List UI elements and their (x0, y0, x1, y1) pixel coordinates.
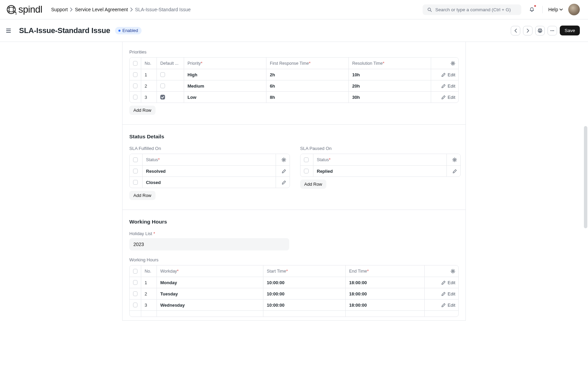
row-edit-button[interactable] (447, 166, 460, 177)
chevron-right-icon (130, 7, 133, 12)
chevron-right-icon (526, 29, 529, 33)
table-settings-button[interactable] (276, 154, 290, 165)
table-settings-button[interactable] (431, 58, 459, 69)
row-select[interactable] (130, 300, 141, 310)
row-no: 1 (141, 277, 157, 288)
col-resolution: Resolution Time (349, 58, 431, 69)
select-all[interactable] (130, 58, 141, 69)
col-no: No. (141, 265, 157, 277)
row-select[interactable] (130, 69, 141, 80)
help-menu[interactable]: Help (548, 7, 563, 12)
row-edit-button[interactable]: Edit (425, 277, 459, 288)
row-start: 10:00:00 (263, 300, 346, 310)
notifications-button[interactable] (527, 4, 537, 15)
scrollbar[interactable] (584, 126, 587, 228)
more-menu-button[interactable] (548, 26, 557, 35)
global-search[interactable]: Search or type a command (Ctrl + G) (423, 4, 521, 15)
col-workday: Workday (157, 265, 263, 277)
row-select[interactable] (130, 177, 143, 188)
menu-icon (6, 28, 12, 33)
row-edit-button[interactable]: Edit (425, 300, 459, 310)
sla-fulfilled-table: Status Resolved Closed (129, 154, 290, 188)
row-priority: Medium (184, 80, 266, 91)
col-start: Start Time (263, 265, 346, 277)
table-row[interactable]: 1 High 2h 10h Edit (130, 69, 458, 80)
default-checkbox[interactable] (160, 72, 165, 77)
row-resolution: 20h (349, 80, 431, 91)
row-default[interactable] (157, 92, 184, 103)
status-details-heading: Status Details (129, 134, 459, 140)
table-row[interactable]: 2 Tuesday 10:00:00 18:00:00 Edit (130, 288, 458, 299)
row-priority: High (184, 69, 266, 80)
row-select[interactable] (130, 277, 141, 288)
default-checkbox[interactable] (160, 95, 165, 99)
row-edit-button[interactable]: Edit (425, 288, 459, 299)
status-label: Enabled (122, 28, 138, 33)
row-edit-button[interactable]: Edit (431, 92, 459, 103)
row-default[interactable] (157, 69, 184, 80)
brand-logo[interactable]: spindl (6, 4, 42, 15)
row-end: 18:00:00 (346, 300, 425, 310)
table-settings-button[interactable] (447, 154, 460, 165)
divider (542, 6, 543, 13)
row-end: 18:00:00 (346, 277, 425, 288)
table-row[interactable] (130, 310, 458, 317)
col-priority: Priority (184, 58, 266, 69)
working-hours-section: Working Hours Holiday List 2023 Working … (122, 219, 466, 320)
gear-icon (281, 157, 286, 162)
gear-icon (451, 269, 455, 274)
row-select[interactable] (300, 166, 313, 177)
prev-doc-button[interactable] (511, 26, 520, 35)
add-row-button[interactable]: Add Row (300, 180, 326, 189)
sla-paused-table: Status Replied (300, 154, 461, 177)
yarn-icon (6, 4, 16, 15)
table-row[interactable]: 2 Medium 6h 20h Edit (130, 80, 458, 91)
pen-icon (441, 84, 446, 88)
next-doc-button[interactable] (523, 26, 533, 35)
crumb-support[interactable]: Support (51, 7, 68, 12)
chevron-right-icon (70, 7, 73, 12)
row-select[interactable] (130, 166, 143, 177)
row-select[interactable] (130, 92, 141, 103)
gear-icon (452, 157, 457, 162)
table-row[interactable]: Resolved (130, 165, 290, 177)
select-all[interactable] (130, 265, 141, 277)
holiday-list-field[interactable]: 2023 (129, 238, 289, 250)
pen-icon (441, 292, 446, 296)
row-edit-button[interactable] (276, 177, 290, 188)
select-all[interactable] (300, 154, 313, 165)
avatar[interactable] (568, 4, 580, 15)
print-button[interactable] (535, 26, 545, 35)
add-row-button[interactable]: Add Row (129, 191, 156, 200)
add-row-button[interactable]: Add Row (129, 106, 156, 115)
select-all[interactable] (130, 154, 143, 165)
row-default[interactable] (157, 80, 184, 91)
form-card: Priorities No. Default ... Priority Firs… (122, 42, 466, 321)
col-default: Default ... (157, 58, 184, 69)
row-start: 10:00:00 (263, 277, 346, 288)
sidebar-toggle[interactable] (6, 28, 14, 33)
default-checkbox[interactable] (160, 83, 165, 88)
table-row[interactable]: Closed (130, 177, 290, 188)
row-workday: Tuesday (157, 288, 263, 299)
sla-paused-label: SLA Paused On (300, 146, 461, 151)
save-button[interactable]: Save (560, 26, 580, 35)
row-edit-button[interactable] (276, 166, 290, 177)
brand-name: spindl (18, 4, 42, 15)
topbar: spindl Support Service Level Agreement S… (0, 0, 588, 19)
page-actions: Save (511, 26, 580, 35)
search-icon (427, 7, 432, 12)
table-settings-button[interactable] (425, 265, 459, 277)
search-placeholder: Search or type a command (Ctrl + G) (435, 7, 511, 12)
table-row[interactable]: 3 Low 8h 30h Edit (130, 91, 458, 103)
row-edit-button[interactable]: Edit (431, 69, 459, 80)
table-row[interactable]: 3 Wednesday 10:00:00 18:00:00 Edit (130, 299, 458, 310)
table-row[interactable]: 1 Monday 10:00:00 18:00:00 Edit (130, 277, 458, 288)
row-edit-button[interactable]: Edit (431, 80, 459, 91)
table-row[interactable]: Replied (300, 165, 460, 177)
row-no: 2 (141, 288, 157, 299)
chevron-down-icon (559, 8, 563, 11)
row-select[interactable] (130, 288, 141, 299)
row-select[interactable] (130, 80, 141, 91)
crumb-sla-list[interactable]: Service Level Agreement (75, 7, 128, 12)
